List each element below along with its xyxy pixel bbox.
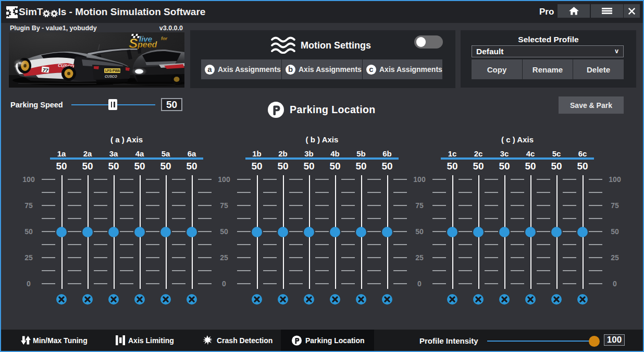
tick-dash xyxy=(315,205,329,206)
menu-button[interactable] xyxy=(591,4,623,18)
parking-location-title: Parking Location xyxy=(290,104,376,116)
axis-slider-thumb[interactable] xyxy=(304,227,314,237)
x-icon xyxy=(473,294,484,305)
waves-icon-shape-shape xyxy=(272,50,294,53)
axis-reset-button[interactable] xyxy=(551,294,562,305)
letter-b-icon: b xyxy=(286,65,295,75)
axis-slider-thumb[interactable] xyxy=(356,227,366,237)
axis-reset-button[interactable] xyxy=(134,294,145,305)
scale-label: 50 xyxy=(603,227,626,236)
tick-dash xyxy=(537,179,550,180)
axis-reset-button[interactable] xyxy=(330,294,340,305)
tick-dash xyxy=(94,244,107,245)
copy-button[interactable]: Copy xyxy=(472,59,522,79)
parking-speed-label: Parking Speed xyxy=(10,101,63,109)
axis-reset-button[interactable] xyxy=(160,294,171,305)
axis-slider-thumb[interactable] xyxy=(56,227,67,237)
tick-dash xyxy=(68,205,81,206)
axis-reset-button[interactable] xyxy=(82,294,93,305)
axis-value: 50 xyxy=(491,161,517,172)
axis-reset-button[interactable] xyxy=(473,294,484,305)
tab-icon-holder xyxy=(116,335,126,345)
parking-speed-thumb[interactable] xyxy=(108,99,117,110)
tab-parking-location[interactable]: Parking Location xyxy=(292,330,365,351)
axis-reset-button[interactable] xyxy=(499,294,510,305)
axis-slider-thumb[interactable] xyxy=(473,227,484,237)
axis-slider-thumb[interactable] xyxy=(187,227,197,237)
profile-intensity-thumb[interactable] xyxy=(589,336,600,347)
axis-reset-button[interactable] xyxy=(56,294,67,305)
axis-slider-thumb[interactable] xyxy=(499,227,510,237)
axis-slider-thumb[interactable] xyxy=(447,227,457,237)
axis-slider-thumb[interactable] xyxy=(382,227,392,237)
x-icon-shape xyxy=(85,297,90,301)
tab-axis-limiting[interactable]: Axis Limiting xyxy=(116,330,174,351)
tick-dash xyxy=(198,283,212,284)
axis-slider-thumb[interactable] xyxy=(134,227,145,237)
axis-reset-button[interactable] xyxy=(108,294,119,305)
tick-dash xyxy=(146,257,159,258)
axis-reset-button[interactable] xyxy=(187,294,197,305)
axis-slider-thumb[interactable] xyxy=(278,227,288,237)
axis-reset-button[interactable] xyxy=(577,294,588,305)
parking-speed-value[interactable]: 50 xyxy=(161,98,182,111)
tick-dash xyxy=(341,231,355,232)
tick-dash xyxy=(589,205,602,206)
title-text-part2: ls - Motion Simulation Software xyxy=(58,6,205,18)
axis-slider-thumb[interactable] xyxy=(330,227,340,237)
x-icon xyxy=(56,294,67,305)
axis-slider-thumb[interactable] xyxy=(577,227,588,237)
tick-dash xyxy=(315,270,329,271)
home-button[interactable] xyxy=(558,4,590,18)
profile-select[interactable]: Default v xyxy=(472,45,624,57)
axis-reset-button[interactable] xyxy=(278,294,288,305)
axis-value: 50 xyxy=(101,161,127,172)
axis-reset-button[interactable] xyxy=(356,294,366,305)
profile-intensity-slider[interactable] xyxy=(487,341,595,342)
tick-dash xyxy=(393,244,407,245)
tick-dash xyxy=(172,270,185,271)
tick-dash xyxy=(511,257,524,258)
x-icon xyxy=(108,294,119,305)
axis-slider-thumb[interactable] xyxy=(82,227,93,237)
axis-assignments-button-c[interactable]: cAxis Assignments xyxy=(363,59,442,79)
tick-dash xyxy=(198,270,212,271)
tick-dash xyxy=(367,283,381,284)
profile-intensity-value[interactable]: 100 xyxy=(604,334,625,346)
axis-reset-button[interactable] xyxy=(525,294,536,305)
axis-assignments-button-b[interactable]: bAxis Assignments xyxy=(282,59,362,79)
axis-slider-thumb[interactable] xyxy=(525,227,536,237)
tick-dash xyxy=(68,244,81,245)
axis-slider-thumb[interactable] xyxy=(160,227,171,237)
tab-crash-detection[interactable]: Crash Detection xyxy=(203,330,273,351)
motion-toggle[interactable] xyxy=(414,35,443,48)
tick-dash xyxy=(237,231,251,232)
save-park-button[interactable]: Save & Park xyxy=(559,96,624,114)
car-left-shape xyxy=(14,64,20,68)
rename-button[interactable]: Rename xyxy=(523,59,573,79)
tick-dash xyxy=(68,231,81,232)
axis-reset-button[interactable] xyxy=(304,294,314,305)
tab-icon-holder xyxy=(203,334,213,347)
gear-icon xyxy=(51,10,58,17)
axis-column-header: 1a xyxy=(48,149,75,158)
axis-slider-thumb[interactable] xyxy=(252,227,262,237)
scale-label: 0 xyxy=(17,280,40,288)
tab-icon-holder xyxy=(21,335,31,345)
delete-button[interactable]: Delete xyxy=(573,59,624,79)
tab-min-max-tuning[interactable]: Min/Max Tuning xyxy=(21,330,88,351)
axis-column-header: 4b xyxy=(322,149,348,158)
tick-dash xyxy=(511,192,524,193)
tick-dash xyxy=(485,205,498,206)
menu-icon-shape xyxy=(602,8,612,9)
axis-slider-thumb[interactable] xyxy=(551,227,562,237)
close-button[interactable] xyxy=(624,4,640,18)
tick-dash xyxy=(237,218,251,219)
axis-slider-thumb[interactable] xyxy=(108,227,119,237)
axis-reset-button[interactable] xyxy=(382,294,392,305)
tick-dash xyxy=(511,283,524,284)
axis-assignments-button-a[interactable]: aAxis Assignments xyxy=(201,59,281,79)
axis-reset-button[interactable] xyxy=(447,294,457,305)
axis-reset-button[interactable] xyxy=(252,294,262,305)
parking-icon xyxy=(292,335,302,346)
